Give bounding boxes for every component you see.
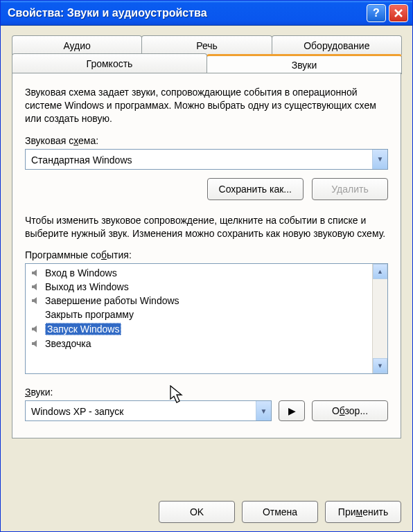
sounds-label: Звуки: xyxy=(25,387,388,398)
play-button[interactable]: ▶ xyxy=(279,400,305,421)
speaker-icon xyxy=(30,267,41,278)
scroll-up-icon[interactable]: ▲ xyxy=(373,264,387,279)
tab-speech[interactable]: Речь xyxy=(141,35,272,55)
chevron-down-icon[interactable]: ▼ xyxy=(256,401,271,420)
scheme-combobox[interactable]: Стандартная Windows ▼ xyxy=(25,149,388,170)
list-item[interactable]: Звездочка xyxy=(27,337,371,351)
browse-mnemonic: б xyxy=(340,405,345,416)
scheme-description: Звуковая схема задает звуки, сопровождаю… xyxy=(25,86,388,125)
tab-volume[interactable]: Громкость xyxy=(12,53,207,73)
tab-audio[interactable]: Аудио xyxy=(12,35,142,55)
speaker-icon xyxy=(30,338,41,349)
events-listbox[interactable]: Вход в Windows Выход из Windows Завершен… xyxy=(25,263,388,374)
events-label: Программные события: xyxy=(25,249,388,260)
list-item[interactable]: Закрыть программу xyxy=(27,308,371,321)
scroll-down-icon[interactable]: ▼ xyxy=(373,358,387,373)
scrollbar[interactable]: ▲ ▼ xyxy=(372,264,387,373)
sound-value: Windows XP - запуск xyxy=(26,401,256,420)
scheme-label: Звуковая схема: xyxy=(25,135,388,146)
play-icon: ▶ xyxy=(288,405,296,416)
speaker-icon xyxy=(30,309,41,320)
speaker-icon xyxy=(30,281,41,292)
tab-hardware[interactable]: Оборудование xyxy=(272,35,402,55)
save-as-button[interactable]: Сохранить как... xyxy=(207,178,304,200)
apply-button[interactable]: Применить xyxy=(325,501,401,523)
tab-panel-sounds: Звуковая схема задает звуки, сопровождаю… xyxy=(12,73,401,438)
scheme-value: Стандартная Windows xyxy=(26,150,372,169)
ok-button[interactable]: OK xyxy=(159,501,235,523)
list-item[interactable]: Завершение работы Windows xyxy=(27,294,371,308)
window-title: Свойства: Звуки и аудиоустройства xyxy=(8,7,367,19)
events-description: Чтобы изменить звуковое сопровождение, щ… xyxy=(25,214,388,240)
help-button[interactable]: ? xyxy=(367,4,386,22)
list-item[interactable]: Выход из Windows xyxy=(27,280,371,294)
scroll-track[interactable] xyxy=(373,279,387,358)
titlebar: Свойства: Звуки и аудиоустройства ? xyxy=(1,1,412,26)
browse-button[interactable]: Обзор... xyxy=(312,400,388,421)
cancel-button[interactable]: Отмена xyxy=(242,501,318,523)
tab-sounds[interactable]: Звуки xyxy=(206,54,402,74)
chevron-down-icon[interactable]: ▼ xyxy=(372,150,387,169)
sound-combobox[interactable]: Windows XP - запуск ▼ xyxy=(25,400,272,421)
list-item[interactable]: Вход в Windows xyxy=(27,266,371,280)
delete-button: Удалить xyxy=(312,178,388,200)
close-button[interactable] xyxy=(389,4,408,22)
speaker-icon xyxy=(30,323,41,335)
speaker-icon xyxy=(30,295,41,306)
list-item[interactable]: Запуск Windows xyxy=(27,321,371,337)
